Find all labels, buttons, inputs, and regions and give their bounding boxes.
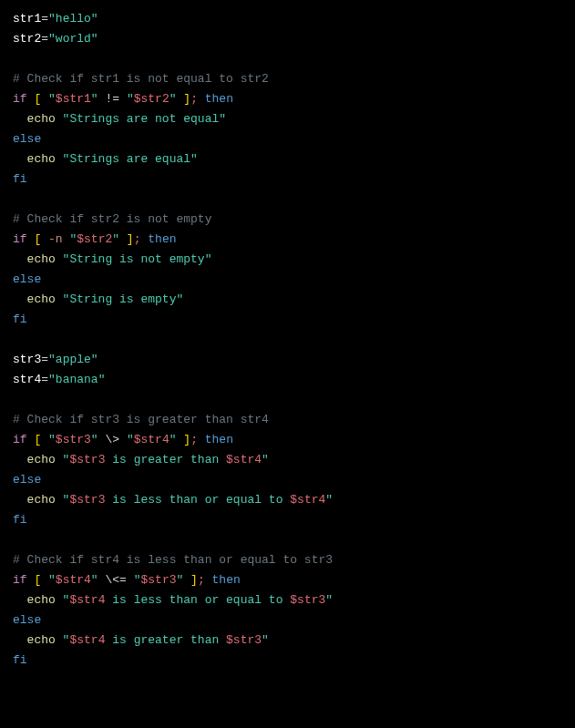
code-line: else (13, 270, 562, 290)
code-line: echo "$str3 is less than or equal to $st… (13, 490, 562, 510)
code-line: # Check if str4 is less than or equal to… (13, 550, 562, 570)
code-line: str2="world" (13, 29, 562, 49)
code-line: fi (13, 310, 562, 330)
code-line: fi (13, 651, 562, 671)
code-line: str4="banana" (13, 370, 562, 390)
code-line (13, 49, 562, 69)
code-line: echo "$str3 is greater than $str4" (13, 450, 562, 470)
code-line: fi (13, 510, 562, 530)
code-line: str3="apple" (13, 350, 562, 370)
code-line: # Check if str3 is greater than str4 (13, 410, 562, 430)
code-line: if [ "$str1" != "$str2" ]; then (13, 89, 562, 109)
code-line: if [ "$str4" \<= "$str3" ]; then (13, 570, 562, 590)
code-line: else (13, 470, 562, 490)
code-line: else (13, 129, 562, 149)
code-line: else (13, 610, 562, 631)
code-line (13, 190, 562, 210)
code-line: echo "$str4 is greater than $str3" (13, 631, 562, 651)
code-line: str1="hello" (13, 9, 562, 29)
code-line: if [ "$str3" \> "$str4" ]; then (13, 430, 562, 450)
code-line (13, 330, 562, 350)
code-line: # Check if str2 is not empty (13, 210, 562, 230)
code-line: fi (13, 169, 562, 190)
code-line: echo "Strings are not equal" (13, 109, 562, 129)
code-line: if [ -n "$str2" ]; then (13, 230, 562, 250)
code-line: echo "String is not empty" (13, 250, 562, 270)
code-line: echo "Strings are equal" (13, 149, 562, 169)
code-line: echo "String is empty" (13, 290, 562, 310)
code-block: str1="hello" str2="world" # Check if str… (13, 9, 562, 671)
code-line (13, 390, 562, 410)
code-line: # Check if str1 is not equal to str2 (13, 69, 562, 89)
code-line: echo "$str4 is less than or equal to $st… (13, 590, 562, 610)
code-line (13, 530, 562, 550)
